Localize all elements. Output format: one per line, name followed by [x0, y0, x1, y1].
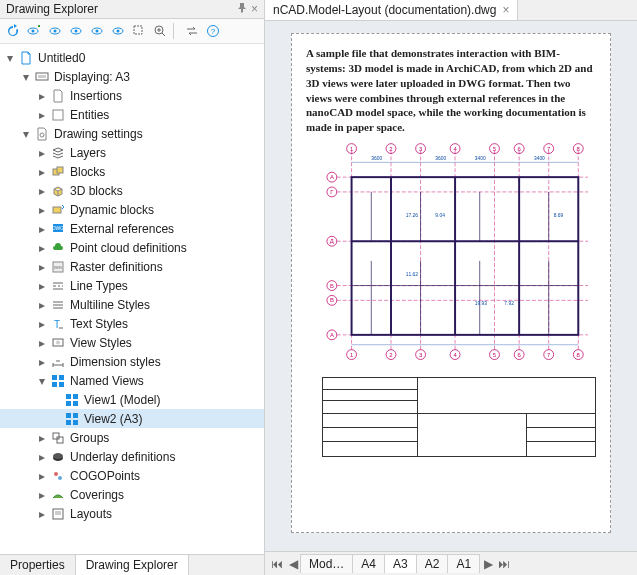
tree-namedviews[interactable]: ▾ Named Views — [0, 371, 264, 390]
eye-button-2[interactable] — [66, 21, 86, 41]
chevron-right-icon[interactable]: ▸ — [36, 223, 48, 235]
tab-a3[interactable]: A3 — [384, 554, 417, 573]
tree-view1[interactable]: View1 (Model) — [0, 390, 264, 409]
select-button[interactable] — [129, 21, 149, 41]
svg-text:3: 3 — [419, 146, 423, 152]
explorer-tree[interactable]: ▾ Untitled0 ▾ Displaying: A3 ▸ Insertion… — [0, 44, 264, 554]
swap-button[interactable] — [182, 21, 202, 41]
chevron-right-icon[interactable]: ▸ — [36, 356, 48, 368]
first-icon[interactable]: ⏮ — [269, 556, 285, 572]
tree-view2-selected[interactable]: View2 (A3) — [0, 409, 264, 428]
view-icon — [64, 411, 80, 427]
zoom-button[interactable] — [150, 21, 170, 41]
tree-groups[interactable]: ▸ Groups — [0, 428, 264, 447]
chevron-right-icon[interactable]: ▸ — [36, 432, 48, 444]
drawing-canvas[interactable]: A sample file that demonstrates interact… — [265, 21, 637, 551]
prev-icon[interactable]: ◀ — [285, 556, 301, 572]
chevron-right-icon[interactable]: ▸ — [36, 261, 48, 273]
tree-pointcloud[interactable]: ▸ Point cloud definitions — [0, 238, 264, 257]
xrefs-icon: DWG — [50, 221, 66, 237]
chevron-right-icon[interactable]: ▸ — [36, 90, 48, 102]
last-icon[interactable]: ⏭ — [496, 556, 512, 572]
tree-viewstyles[interactable]: ▸ View Styles — [0, 333, 264, 352]
tree-displaying[interactable]: ▾ Displaying: A3 — [0, 67, 264, 86]
chevron-down-icon[interactable]: ▾ — [4, 52, 16, 64]
chevron-right-icon[interactable]: ▸ — [36, 508, 48, 520]
tree-linetypes[interactable]: ▸ Line Types — [0, 276, 264, 295]
chevron-down-icon[interactable]: ▾ — [36, 375, 48, 387]
document-tab[interactable]: nCAD.Model-Layout (documentation).dwg × — [265, 0, 518, 20]
svg-rect-47 — [55, 511, 61, 515]
svg-text:DWG: DWG — [52, 225, 64, 231]
tab-a1[interactable]: A1 — [447, 554, 480, 573]
svg-text:17.26: 17.26 — [406, 213, 419, 218]
tab-drawing-explorer[interactable]: Drawing Explorer — [76, 555, 189, 575]
next-icon[interactable]: ▶ — [480, 556, 496, 572]
svg-rect-106 — [352, 177, 579, 335]
document-tab-label: nCAD.Model-Layout (documentation).dwg — [273, 3, 496, 17]
chevron-right-icon[interactable]: ▸ — [36, 242, 48, 254]
chevron-right-icon[interactable]: ▸ — [36, 337, 48, 349]
title-block — [322, 377, 596, 457]
svg-rect-19 — [57, 167, 63, 173]
eye-button-3[interactable] — [87, 21, 107, 41]
svg-point-1 — [32, 30, 35, 33]
insertions-icon — [50, 88, 66, 104]
document-tab-bar: nCAD.Model-Layout (documentation).dwg × — [265, 0, 637, 21]
tree-dimstyles[interactable]: ▸ Dimension styles — [0, 352, 264, 371]
tree-dynblocks[interactable]: ▸ Dynamic blocks — [0, 200, 264, 219]
tree-insertions[interactable]: ▸ Insertions — [0, 86, 264, 105]
close-icon[interactable]: × — [502, 3, 509, 17]
tree-entities[interactable]: ▸ Entities — [0, 105, 264, 124]
svg-point-27 — [56, 340, 60, 344]
svg-text:3400: 3400 — [534, 156, 545, 161]
chevron-right-icon[interactable]: ▸ — [36, 299, 48, 311]
eye-button-4[interactable] — [108, 21, 128, 41]
pin-icon[interactable] — [237, 2, 247, 16]
tree-layers[interactable]: ▸ Layers — [0, 143, 264, 162]
svg-text:3400: 3400 — [475, 156, 486, 161]
tree-layouts[interactable]: ▸ Layouts — [0, 504, 264, 523]
chevron-right-icon[interactable]: ▸ — [36, 166, 48, 178]
svg-text:1: 1 — [350, 352, 353, 358]
tree-raster[interactable]: ▸ IMG Raster definitions — [0, 257, 264, 276]
chevron-right-icon[interactable]: ▸ — [36, 185, 48, 197]
tab-model[interactable]: Mod… — [300, 554, 353, 573]
tree-underlay[interactable]: ▸ Underlay definitions — [0, 447, 264, 466]
tree-root[interactable]: ▾ Untitled0 — [0, 48, 264, 67]
help-button[interactable]: ? — [203, 21, 223, 41]
tree-coverings[interactable]: ▸ Coverings — [0, 485, 264, 504]
chevron-right-icon[interactable]: ▸ — [36, 318, 48, 330]
drawing-explorer-panel: Drawing Explorer × ? ▾ — [0, 0, 265, 575]
panel-bottom-tabs: Properties Drawing Explorer — [0, 554, 264, 575]
tab-a2[interactable]: A2 — [416, 554, 449, 573]
chevron-right-icon[interactable]: ▸ — [36, 489, 48, 501]
svg-text:А: А — [330, 332, 334, 338]
chevron-right-icon[interactable]: ▸ — [36, 470, 48, 482]
tree-xrefs[interactable]: ▸ DWG External references — [0, 219, 264, 238]
svg-text:3600: 3600 — [371, 156, 382, 161]
tree-textstyles[interactable]: ▸ T Text Styles — [0, 314, 264, 333]
tab-properties[interactable]: Properties — [0, 555, 76, 575]
chevron-down-icon[interactable]: ▾ — [20, 128, 32, 140]
close-icon[interactable]: × — [251, 2, 258, 16]
tree-blocks[interactable]: ▸ Blocks — [0, 162, 264, 181]
eye-plus-button[interactable] — [24, 21, 44, 41]
eye-button-1[interactable] — [45, 21, 65, 41]
chevron-right-icon[interactable]: ▸ — [36, 204, 48, 216]
svg-rect-39 — [73, 420, 78, 425]
chevron-down-icon[interactable]: ▾ — [20, 71, 32, 83]
svg-text:8: 8 — [577, 352, 581, 358]
tree-3dblocks[interactable]: ▸ 3D blocks — [0, 181, 264, 200]
chevron-right-icon[interactable]: ▸ — [36, 147, 48, 159]
tree-cogo[interactable]: ▸ COGOPoints — [0, 466, 264, 485]
tree-settings[interactable]: ▾ Drawing settings — [0, 124, 264, 143]
chevron-right-icon[interactable]: ▸ — [36, 451, 48, 463]
svg-point-5 — [75, 30, 78, 33]
chevron-right-icon[interactable]: ▸ — [36, 109, 48, 121]
svg-rect-35 — [73, 401, 78, 406]
tab-a4[interactable]: A4 — [352, 554, 385, 573]
refresh-button[interactable] — [3, 21, 23, 41]
chevron-right-icon[interactable]: ▸ — [36, 280, 48, 292]
tree-mlstyles[interactable]: ▸ Multiline Styles — [0, 295, 264, 314]
